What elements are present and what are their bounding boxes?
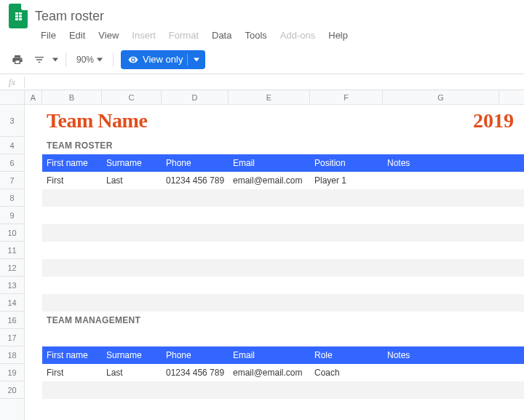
toolbar: 90% View only bbox=[0, 45, 524, 74]
zoom-value: 90% bbox=[76, 55, 94, 65]
row-header[interactable]: 20 bbox=[0, 381, 24, 399]
col-phone[interactable]: Phone bbox=[162, 346, 229, 364]
col-role[interactable]: Role bbox=[310, 346, 383, 364]
menu-file[interactable]: File bbox=[35, 28, 62, 42]
col-header[interactable]: F bbox=[310, 90, 383, 104]
cell[interactable] bbox=[383, 364, 499, 381]
cell[interactable]: Player 1 bbox=[310, 172, 383, 189]
cell[interactable]: Last bbox=[102, 364, 162, 381]
table-row[interactable] bbox=[25, 294, 524, 312]
col-header[interactable]: D bbox=[162, 90, 229, 104]
col-email[interactable]: Email bbox=[229, 346, 310, 364]
cell[interactable]: First bbox=[42, 364, 102, 381]
row-header[interactable]: 12 bbox=[0, 259, 24, 277]
zoom-select[interactable]: 90% bbox=[74, 55, 106, 65]
table-row[interactable] bbox=[25, 329, 524, 346]
filter-icon[interactable] bbox=[31, 51, 48, 68]
table-row: TEAM MANAGEMENT bbox=[25, 312, 524, 329]
col-email[interactable]: Email bbox=[229, 154, 310, 172]
table-row[interactable] bbox=[25, 381, 524, 399]
sheets-icon[interactable] bbox=[9, 4, 28, 28]
col-surname[interactable]: Surname bbox=[102, 154, 162, 172]
row-header[interactable]: 3 bbox=[0, 105, 24, 137]
table-row[interactable] bbox=[25, 277, 524, 294]
col-first[interactable]: First name bbox=[42, 346, 102, 364]
menu-view[interactable]: View bbox=[92, 28, 124, 42]
print-icon[interactable] bbox=[9, 51, 26, 68]
row-header[interactable]: 17 bbox=[0, 329, 24, 346]
col-header[interactable]: E bbox=[229, 90, 310, 104]
table-row: Team Name 2019 bbox=[25, 105, 524, 137]
menu-addons[interactable]: Add-ons bbox=[274, 28, 321, 42]
menu-insert[interactable]: Insert bbox=[126, 28, 162, 42]
section-roster[interactable]: TEAM ROSTER bbox=[42, 137, 188, 154]
document-title[interactable]: Team roster bbox=[35, 9, 104, 24]
col-header[interactable]: G bbox=[383, 90, 499, 104]
chevron-down-icon bbox=[97, 57, 103, 63]
row-header[interactable]: 14 bbox=[0, 294, 24, 312]
formula-bar: fx bbox=[0, 74, 524, 90]
menu-data[interactable]: Data bbox=[206, 28, 237, 42]
table-row[interactable] bbox=[25, 189, 524, 207]
col-notes[interactable]: Notes bbox=[383, 154, 499, 172]
menubar: File Edit View Insert Format Data Tools … bbox=[0, 26, 524, 45]
table-row[interactable] bbox=[25, 224, 524, 242]
cell[interactable]: First bbox=[42, 172, 102, 189]
table-header-row: First name Surname Phone Email Position … bbox=[25, 154, 524, 172]
section-management[interactable]: TEAM MANAGEMENT bbox=[42, 312, 202, 329]
table-row[interactable] bbox=[25, 259, 524, 277]
menu-format[interactable]: Format bbox=[163, 28, 205, 42]
table-header-row: First name Surname Phone Email Role Note… bbox=[25, 346, 524, 364]
col-notes[interactable]: Notes bbox=[383, 346, 499, 364]
cell[interactable]: Coach bbox=[310, 364, 383, 381]
row-headers: 3 4 6 7 8 9 10 11 12 13 14 16 17 18 19 2… bbox=[0, 105, 25, 420]
separator bbox=[113, 52, 114, 67]
col-first[interactable]: First name bbox=[42, 154, 102, 172]
row-header[interactable]: 7 bbox=[0, 172, 24, 189]
menu-tools[interactable]: Tools bbox=[239, 28, 272, 42]
col-position[interactable]: Position bbox=[310, 154, 383, 172]
cell[interactable]: email@email.com bbox=[229, 172, 310, 189]
cell[interactable]: email@email.com bbox=[229, 364, 310, 381]
view-only-label: View only bbox=[143, 54, 183, 65]
table-row: First Last 01234 456 789 email@email.com… bbox=[25, 364, 524, 381]
separator bbox=[66, 52, 66, 67]
row-header[interactable]: 19 bbox=[0, 364, 24, 381]
menu-help[interactable]: Help bbox=[322, 28, 354, 42]
spreadsheet-grid: 3 4 6 7 8 9 10 11 12 13 14 16 17 18 19 2… bbox=[0, 90, 524, 420]
row-header[interactable]: 9 bbox=[0, 207, 24, 224]
row-header[interactable]: 8 bbox=[0, 189, 24, 207]
row-header[interactable]: 10 bbox=[0, 224, 24, 242]
table-row: TEAM ROSTER bbox=[25, 137, 524, 154]
year-title[interactable]: 2019 bbox=[243, 109, 524, 132]
row-header[interactable]: 6 bbox=[0, 154, 24, 172]
row-header[interactable]: 13 bbox=[0, 277, 24, 294]
chevron-down-icon[interactable] bbox=[52, 57, 58, 63]
table-row[interactable] bbox=[25, 242, 524, 259]
cell[interactable]: Last bbox=[102, 172, 162, 189]
col-surname[interactable]: Surname bbox=[102, 346, 162, 364]
eye-icon bbox=[128, 55, 138, 65]
select-all-corner[interactable] bbox=[0, 90, 25, 105]
column-headers: A B C D E F G bbox=[25, 90, 524, 105]
col-phone[interactable]: Phone bbox=[162, 154, 229, 172]
view-only-button[interactable]: View only bbox=[121, 50, 205, 69]
row-header[interactable]: 16 bbox=[0, 312, 24, 329]
cell[interactable] bbox=[383, 172, 499, 189]
chevron-down-icon bbox=[194, 57, 199, 63]
col-header[interactable]: C bbox=[102, 90, 162, 104]
team-name-title[interactable]: Team Name bbox=[42, 109, 243, 132]
fx-label: fx bbox=[0, 76, 25, 88]
row-header[interactable]: 18 bbox=[0, 346, 24, 364]
col-header[interactable]: A bbox=[25, 90, 42, 104]
table-row[interactable] bbox=[25, 207, 524, 224]
col-header[interactable]: B bbox=[42, 90, 102, 104]
titlebar: Team roster bbox=[0, 0, 524, 26]
table-row: First Last 01234 456 789 email@email.com… bbox=[25, 172, 524, 189]
cell[interactable]: 01234 456 789 bbox=[162, 364, 229, 381]
menu-edit[interactable]: Edit bbox=[63, 28, 91, 42]
cell[interactable]: 01234 456 789 bbox=[162, 172, 229, 189]
row-header[interactable]: 11 bbox=[0, 242, 24, 259]
row-header[interactable]: 4 bbox=[0, 137, 24, 154]
cells-area[interactable]: Team Name 2019 TEAM ROSTER First name Su… bbox=[25, 105, 524, 420]
